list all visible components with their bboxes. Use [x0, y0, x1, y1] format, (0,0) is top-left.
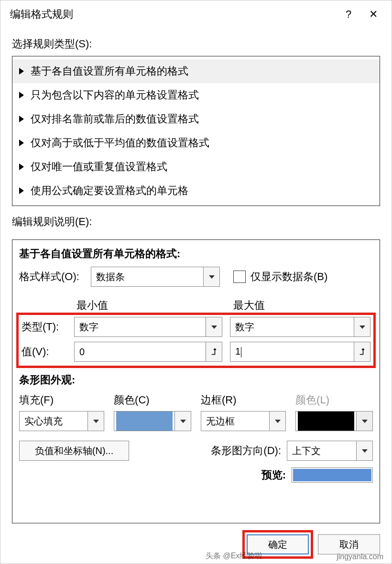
show-bar-only-label: 仅显示数据条(B)	[250, 270, 327, 284]
bar-direction-label: 条形图方向(D):	[211, 444, 281, 458]
format-style-combo[interactable]: 数据条	[91, 267, 220, 287]
ref-select-icon[interactable]: ⮥	[206, 342, 222, 361]
format-style-row: 格式样式(O): 数据条 仅显示数据条(B)	[19, 267, 373, 287]
type-row: 类型(T): 数字 数字	[22, 317, 370, 337]
select-rule-type-label: 选择规则类型(S):	[12, 37, 380, 51]
watermark-url: jingyanla.com	[337, 553, 383, 561]
cancel-button[interactable]: 取消	[318, 534, 380, 554]
border-label: 边框(R)	[201, 393, 286, 407]
chevron-down-icon	[206, 317, 222, 336]
chevron-down-icon	[174, 412, 191, 431]
chevron-down-icon	[356, 412, 372, 431]
dialog-content: 选择规则类型(S): 基于各自值设置所有单元格的格式 只为包含以下内容的单元格设…	[0, 28, 392, 564]
fill-label: 填充(F)	[19, 393, 104, 407]
rule-item-rank[interactable]: 仅对排名靠前或靠后的数值设置格式	[12, 107, 380, 131]
fill-color-swatch	[116, 412, 173, 431]
close-icon: ✕	[369, 8, 378, 21]
border-color-label: 颜色(L)	[295, 393, 373, 407]
type-label: 类型(T):	[22, 320, 74, 334]
min-header: 最小值	[76, 298, 233, 313]
triangle-icon	[19, 92, 24, 98]
ref-select-icon[interactable]: ⮥	[354, 342, 370, 361]
min-type-combo[interactable]: 数字	[74, 317, 222, 337]
triangle-icon	[19, 68, 24, 75]
rule-item-contains[interactable]: 只为包含以下内容的单元格设置格式	[12, 83, 380, 107]
show-bar-only-checkbox[interactable]	[233, 271, 246, 283]
rule-description-box: 基于各自值设置所有单元格的格式: 格式样式(O): 数据条 仅显示数据条(B) …	[12, 239, 380, 523]
chevron-down-icon	[356, 441, 372, 460]
max-header: 最大值	[233, 298, 265, 313]
negative-axis-button[interactable]: 负值和坐标轴(N)...	[19, 441, 129, 461]
rule-item-values[interactable]: 基于各自值设置所有单元格的格式	[12, 59, 380, 83]
preview-row: 预览:	[19, 467, 373, 483]
appearance-labels-row: 填充(F) 颜色(C) 边框(R) 颜色(L)	[19, 393, 373, 411]
bar-appearance-heading: 条形图外观:	[19, 373, 373, 387]
border-color-combo	[295, 411, 373, 431]
triangle-icon	[19, 116, 24, 122]
bar-direction-combo[interactable]: 上下文	[287, 441, 373, 461]
fill-combo[interactable]: 实心填充	[19, 411, 104, 431]
rule-type-list: 基于各自值设置所有单元格的格式 只为包含以下内容的单元格设置格式 仅对排名靠前或…	[12, 56, 380, 206]
fill-color-combo[interactable]	[114, 411, 191, 431]
max-value-input[interactable]: 1 ⮥	[230, 342, 370, 362]
titlebar: 编辑格式规则 ? ✕	[0, 0, 392, 28]
dialog-title: 编辑格式规则	[6, 7, 336, 22]
help-button[interactable]: ?	[336, 5, 361, 24]
min-value-input[interactable]: 0 ⮥	[74, 342, 222, 362]
triangle-icon	[19, 140, 24, 146]
chevron-down-icon	[269, 412, 285, 431]
desc-heading: 基于各自值设置所有单元格的格式:	[19, 247, 373, 261]
value-row: 值(V): 0 ⮥ 1 ⮥	[22, 342, 370, 362]
rule-item-unique[interactable]: 仅对唯一值或重复值设置格式	[12, 155, 380, 179]
close-button[interactable]: ✕	[361, 5, 386, 24]
triangle-icon	[19, 163, 24, 170]
color-label: 颜色(C)	[114, 393, 191, 407]
rule-item-average[interactable]: 仅对高于或低于平均值的数值设置格式	[12, 131, 380, 155]
border-color-swatch	[298, 412, 354, 431]
chevron-down-icon	[87, 412, 104, 431]
min-max-header: 最小值 最大值	[76, 298, 373, 313]
max-type-combo[interactable]: 数字	[230, 317, 370, 337]
preview-bar	[293, 469, 371, 481]
chevron-down-icon	[203, 267, 219, 286]
format-style-label: 格式样式(O):	[19, 270, 91, 284]
dialog-footer: 确定 取消	[12, 530, 380, 559]
neg-axis-direction-row: 负值和坐标轴(N)... 条形图方向(D): 上下文	[19, 441, 373, 461]
min-max-highlight: 类型(T): 数字 数字 值(V): 0 ⮥	[16, 313, 376, 368]
rule-item-formula[interactable]: 使用公式确定要设置格式的单元格	[12, 179, 380, 203]
border-combo[interactable]: 无边框	[201, 411, 286, 431]
appearance-controls-row: 实心填充 无边框	[19, 411, 373, 431]
chevron-down-icon	[354, 317, 370, 336]
preview-box	[292, 467, 373, 483]
edit-rule-desc-label: 编辑规则说明(E):	[12, 215, 380, 229]
triangle-icon	[19, 187, 24, 194]
value-label: 值(V):	[22, 345, 74, 359]
preview-label: 预览:	[261, 468, 286, 482]
watermark-source: 头条 @Ex经验啦	[206, 551, 262, 561]
edit-format-rule-dialog: 编辑格式规则 ? ✕ 选择规则类型(S): 基于各自值设置所有单元格的格式 只为…	[0, 0, 392, 564]
